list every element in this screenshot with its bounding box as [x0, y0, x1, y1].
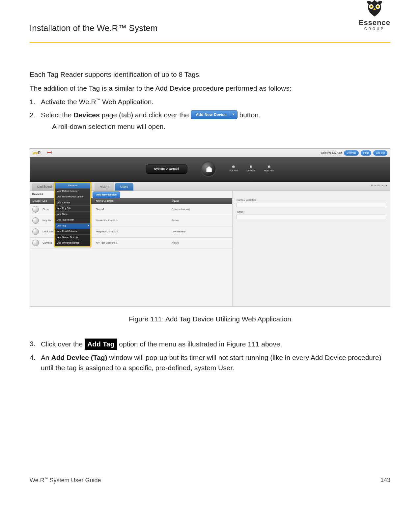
cell-name-location: MagneticContact-2: [96, 230, 172, 234]
webapp-screenshot: weR Welcome Niv Amit Settings Help Log o…: [30, 148, 390, 307]
day-arm-label: Day Arm: [246, 169, 255, 172]
full-arm-dot[interactable]: [232, 165, 235, 168]
col-name-location: Name/Location: [96, 199, 172, 203]
device-icon: [30, 228, 41, 235]
night-arm-dot[interactable]: [268, 165, 270, 168]
dropdown-item[interactable]: Add Universal Device: [55, 240, 90, 246]
cell-status: Low Battery: [172, 230, 232, 234]
device-icon: [30, 217, 41, 224]
step-2-text-c: button.: [239, 111, 261, 119]
body-content: Each Tag Reader supports identification …: [30, 43, 390, 373]
cell-name-location: Niv Test Camera 1: [96, 241, 172, 245]
add-device-dropdown[interactable]: Add Motion DetectorAdd Window/Door senso…: [55, 189, 90, 246]
settings-button[interactable]: Settings: [344, 150, 359, 156]
step-1-text-b: Web Application.: [100, 98, 154, 105]
dropdown-item[interactable]: Add Siren: [55, 212, 90, 218]
owl-icon: [364, 0, 385, 17]
step-3: 3. Click over the Add Tag option of the …: [30, 339, 390, 350]
cell-status: Connection lost: [172, 207, 232, 211]
flag-icon[interactable]: [47, 151, 52, 154]
night-arm-label: Night Arm: [264, 169, 274, 172]
footer-tm: ™: [44, 477, 48, 481]
dropdown-item[interactable]: Add Motion Detector: [55, 189, 90, 194]
dropdown-item[interactable]: Add Key Fob: [55, 206, 90, 212]
step-2-sub: A roll-down selection menu will open.: [41, 121, 390, 132]
system-status: System Disarmed: [146, 164, 187, 174]
arm-knob[interactable]: [201, 161, 216, 177]
add-new-device-button[interactable]: Add New Device: [191, 110, 237, 119]
figure-caption: Figure 111: Add Tag Device Utilizing Web…: [30, 314, 390, 324]
step-3-text-b: option of the menu as illustrated in Fig…: [117, 340, 282, 348]
step-2-text-a: Select the: [41, 111, 73, 119]
intro-p1: Each Tag Reader supports identification …: [30, 69, 390, 80]
info-type-label: Type:: [237, 210, 386, 214]
step-1-text-a: Activate the We.R: [41, 98, 96, 105]
step-1-num: 1.: [30, 97, 36, 107]
intro-p2: The addition of the Tag is a similar to …: [30, 83, 390, 94]
step-2-num: 2.: [30, 110, 36, 120]
svg-point-5: [377, 6, 378, 7]
brand-sub: GROUP: [359, 27, 390, 31]
brand-name: Essence: [359, 18, 390, 27]
rule-wizard-link[interactable]: Rule Wizard ▸: [371, 184, 387, 188]
info-name-location-field[interactable]: [237, 203, 386, 207]
step-4-num: 4.: [30, 352, 36, 363]
device-icon: [30, 206, 41, 213]
footer-left-a: We.R: [30, 477, 44, 484]
dropdown-item[interactable]: Add Smoke Detector: [55, 235, 90, 241]
dropdown-item[interactable]: Add Camera: [55, 200, 90, 206]
dropdown-item[interactable]: Add Tag Reader: [55, 217, 90, 223]
step-1: 1. Activate the We.R™ Web Application.: [30, 97, 390, 107]
help-button[interactable]: Help: [361, 150, 371, 156]
info-type-field[interactable]: [237, 215, 386, 219]
tab-devices[interactable]: Devices: [55, 183, 90, 189]
add-device-tag-bold: Add Device (Tag): [51, 354, 107, 361]
welcome-text: Welcome Niv Amit: [321, 151, 342, 155]
full-arm-label: Full Arm: [230, 169, 238, 172]
footer-left-b: System User Guide: [48, 477, 101, 484]
dropdown-item[interactable]: Add Flood Detector: [55, 229, 90, 235]
cell-status: Active: [172, 219, 232, 223]
step-4-text-a: An: [41, 354, 51, 361]
tab-dashboard[interactable]: Dashboard: [32, 183, 57, 191]
step-4: 4. An Add Device (Tag) window will pop-u…: [30, 352, 390, 373]
page-title: Installation of the We.R™ System: [30, 23, 390, 33]
dropdown-item[interactable]: Add Tag: [55, 223, 90, 229]
step-3-text-a: Click over the: [41, 340, 85, 348]
dropdown-item[interactable]: Add Window/Door sensor: [55, 194, 90, 200]
step-2-text-b: page (tab) and click over the: [100, 111, 191, 119]
tab-history[interactable]: History: [95, 183, 114, 191]
logout-button[interactable]: Log out: [373, 150, 387, 156]
brand-logo: Essence GROUP: [359, 0, 390, 31]
cell-status: Active: [172, 241, 232, 245]
devices-bold: Devices: [73, 111, 99, 119]
tab-users[interactable]: Users: [115, 183, 133, 191]
cell-name-location: Niv Amit's Key Fob: [96, 219, 172, 223]
cell-name-location: Siren-1: [96, 207, 172, 211]
add-new-device-button-small[interactable]: Add New Device: [93, 192, 120, 198]
add-tag-chip: Add Tag: [85, 339, 117, 350]
footer-left: We.R™ System User Guide: [30, 477, 101, 484]
device-icon: [30, 240, 41, 246]
info-name-location-label: Name / Location:: [237, 198, 386, 202]
page-number: 143: [380, 477, 390, 484]
add-device-dropdown-highlight: Devices Add Motion DetectorAdd Window/Do…: [54, 182, 91, 247]
col-status: Status: [172, 199, 232, 203]
day-arm-dot[interactable]: [250, 165, 252, 168]
step-3-num: 3.: [30, 339, 36, 349]
tm-mark: ™: [96, 98, 100, 103]
app-logo: weR: [33, 150, 41, 156]
svg-point-4: [371, 6, 372, 7]
step-2: 2. Select the Devices page (tab) and cli…: [30, 110, 390, 132]
devices-panel-label: Devices: [32, 192, 43, 197]
